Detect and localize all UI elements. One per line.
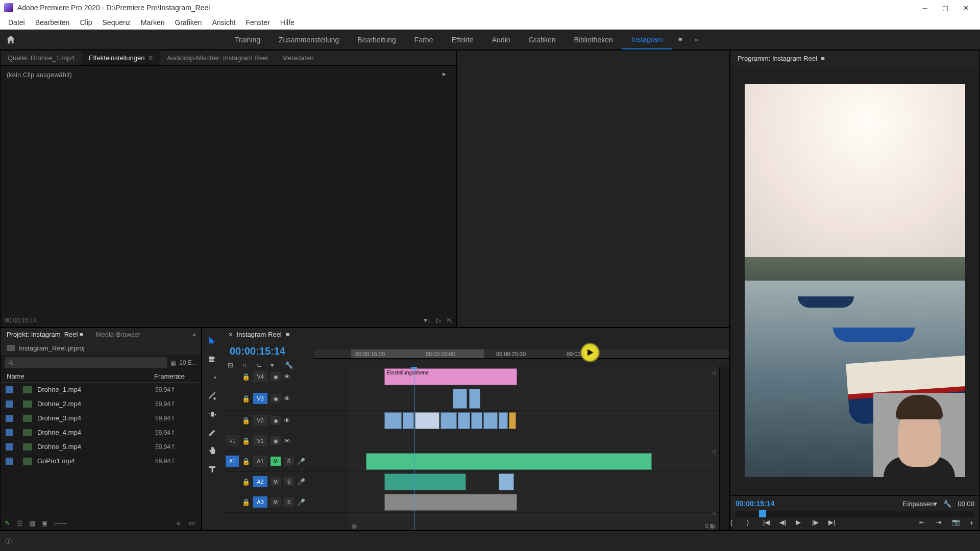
zoom-dropdown[interactable]: Einpassen (903, 500, 934, 508)
menu-ansicht[interactable]: Ansicht (207, 16, 240, 29)
clip-video[interactable] (509, 412, 516, 429)
track-select-tool-icon[interactable] (207, 354, 218, 365)
program-monitor[interactable] (730, 66, 979, 495)
eye-icon[interactable]: 👁 (284, 437, 290, 445)
settings-icon[interactable]: 🔧 (285, 361, 294, 370)
go-to-out-icon[interactable]: ▶| (828, 518, 840, 530)
solo-button[interactable]: S (284, 497, 294, 507)
freeform-view-icon[interactable]: ▣ (41, 519, 50, 528)
timeline-timecode[interactable]: 00:00:15:14 (223, 341, 314, 361)
voiceover-icon[interactable]: 🎤 (297, 478, 305, 486)
sort-icon[interactable]: ≡ (177, 519, 185, 528)
menu-fenster[interactable]: Fenster (240, 16, 275, 29)
workspace-bearbeitung[interactable]: Bearbeitung (348, 31, 405, 49)
column-framerate[interactable]: Framerate (154, 372, 195, 380)
mute-button[interactable]: M (271, 497, 281, 507)
icon-view-icon[interactable]: ▦ (29, 519, 37, 528)
solo-button[interactable]: S (284, 477, 294, 486)
workspace-zusammenstellung[interactable]: Zusammenstellung (270, 31, 348, 49)
workspace-instagram[interactable]: Instagram (622, 30, 672, 49)
solo-button[interactable]: S (284, 457, 294, 466)
mark-out-icon[interactable]: } (747, 518, 758, 530)
clip-video[interactable] (415, 412, 439, 429)
automate-icon[interactable]: ▭ (189, 519, 197, 528)
timeline-ruler[interactable]: 00:00:15:00 00:00:20:00 00:00:25:00 00:0… (314, 341, 729, 367)
lock-icon[interactable]: 🔒 (242, 395, 250, 403)
source-patch[interactable]: A1 (226, 456, 239, 467)
workspace-menu-icon[interactable]: ≡ (672, 31, 689, 48)
mark-in-icon[interactable]: { (730, 518, 742, 530)
export-frame-icon[interactable]: 📷 (952, 518, 963, 530)
clip-video[interactable] (458, 412, 470, 429)
settings-icon[interactable]: 🔧 (943, 500, 951, 508)
lift-icon[interactable]: ⇤ (919, 518, 930, 530)
close-tab-icon[interactable]: × (229, 331, 233, 338)
close-button[interactable]: ✕ (955, 0, 976, 15)
tab-audio-mixer[interactable]: Audioclip-Mischer: Instagram Reel (160, 51, 275, 65)
lock-icon[interactable]: 🔒 (242, 373, 250, 381)
program-scrubber[interactable] (736, 511, 974, 517)
pen-tool-icon[interactable] (207, 427, 218, 438)
program-title[interactable]: Programm: Instagram Reel ≡ (730, 52, 832, 65)
tab-metadata[interactable]: Metadaten (275, 51, 321, 65)
column-name[interactable]: Name (7, 372, 154, 380)
track-head-a1[interactable]: A1🔒A1MS🎤 (223, 452, 348, 472)
clip-video[interactable] (440, 412, 457, 429)
workspace-training[interactable]: Training (226, 31, 270, 49)
eye-icon[interactable]: 👁 (284, 373, 290, 381)
info-icon[interactable]: ⓘ (5, 537, 12, 546)
project-item[interactable]: Drohne_1.mp459,94 f (1, 383, 201, 397)
slip-tool-icon[interactable] (207, 409, 218, 420)
workspace-farbe[interactable]: Farbe (405, 31, 443, 49)
tab-effect-controls[interactable]: Effekteinstellungen≡ (82, 51, 160, 65)
zoom-slider[interactable]: ○── (54, 519, 62, 528)
clip-video[interactable] (483, 412, 498, 429)
menu-marken[interactable]: Marken (136, 16, 170, 29)
lock-icon[interactable]: 🔒 (242, 458, 250, 465)
lock-icon[interactable]: 🔒 (242, 478, 250, 486)
track-head-v1[interactable]: V1🔒V1◉👁 (223, 431, 348, 452)
voiceover-icon[interactable]: 🎤 (297, 458, 305, 465)
razor-tool-icon[interactable] (207, 390, 218, 402)
clip-adjustment-layer[interactable]: Einstellungsebene (384, 368, 517, 385)
eye-icon[interactable]: 👁 (284, 395, 290, 403)
step-back-icon[interactable]: ◀| (779, 518, 791, 530)
panel-menu-icon[interactable]: ≡ (149, 54, 153, 62)
step-forward-icon[interactable]: |▶ (812, 518, 823, 530)
snap-icon[interactable]: ∩ (242, 361, 251, 370)
clip-audio[interactable] (366, 453, 652, 470)
menu-datei[interactable]: Datei (3, 16, 30, 29)
new-bin-icon[interactable]: ▦ (170, 359, 176, 366)
minimize-button[interactable]: ─ (915, 0, 935, 15)
clip-video[interactable] (471, 412, 482, 429)
clip-video[interactable] (499, 412, 508, 429)
export-icon[interactable]: ⇱ (447, 317, 452, 324)
menu-bearbeiten[interactable]: Bearbeiten (30, 16, 75, 29)
playhead[interactable] (414, 367, 414, 530)
timeline-zoom-scrollbar[interactable] (348, 524, 719, 529)
linked-selection-icon[interactable]: ⊂ (256, 361, 265, 370)
selection-tool-icon[interactable] (207, 335, 218, 346)
extract-icon[interactable]: ⇥ (936, 518, 947, 530)
ripple-edit-tool-icon[interactable] (207, 372, 218, 383)
project-search-input[interactable] (5, 357, 167, 368)
voiceover-icon[interactable]: 🎤 (297, 498, 305, 506)
clip-audio[interactable] (499, 473, 514, 490)
lock-icon[interactable]: 🔒 (242, 417, 250, 424)
workspace-overflow-icon[interactable]: » (689, 31, 704, 48)
tab-project[interactable]: Projekt: Instagram_Reel ≡ (1, 328, 90, 341)
menu-grafiken[interactable]: Grafiken (170, 16, 207, 29)
track-head-v2[interactable]: 🔒V2◉👁 (223, 411, 348, 431)
list-view-icon[interactable]: ☰ (17, 519, 25, 528)
clip-audio[interactable] (384, 494, 517, 511)
mute-button[interactable]: M (271, 457, 281, 466)
workspace-effekte[interactable]: Effekte (442, 31, 482, 49)
toggle-output-icon[interactable]: ◉ (271, 416, 281, 425)
menu-sequenz[interactable]: Sequenz (97, 16, 136, 29)
project-item[interactable]: GoPro1.mp459,94 f (1, 454, 201, 468)
go-to-in-icon[interactable]: |◀ (763, 518, 774, 530)
toggle-output-icon[interactable]: ◉ (271, 436, 281, 445)
panel-overflow-icon[interactable]: » (187, 329, 201, 340)
toggle-output-icon[interactable]: ◉ (271, 372, 281, 381)
timeline-tab[interactable]: × Instagram Reel ≡ (223, 328, 296, 341)
